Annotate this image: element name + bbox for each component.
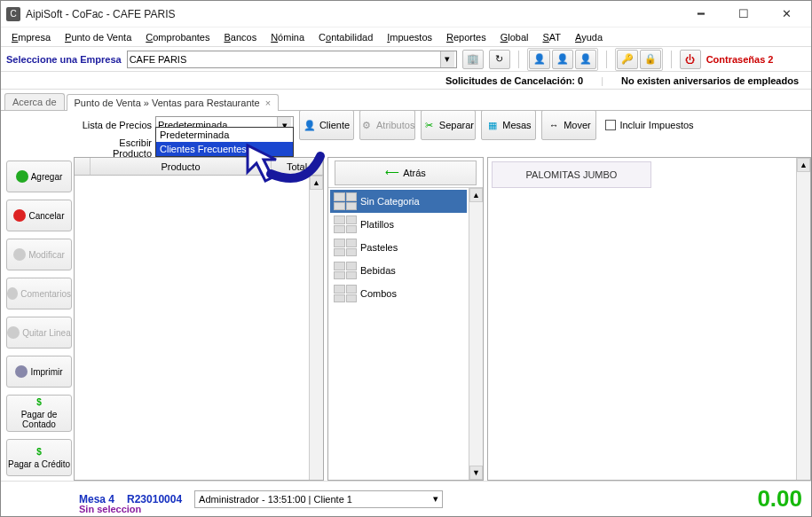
- pagar-credito-button[interactable]: $Pagar a Crédito: [6, 439, 72, 476]
- row-escribir-producto: Escribir Producto: [1, 139, 811, 157]
- product-panel: PALOMITAS JUMBO ▲: [487, 157, 811, 481]
- atributos-button[interactable]: ⚙Atributos: [359, 110, 415, 140]
- col-producto[interactable]: Producto: [91, 158, 272, 175]
- mesas-button[interactable]: ▦Mesas: [481, 110, 536, 140]
- user-icon-1[interactable]: 👤: [529, 50, 550, 69]
- empresa-combo[interactable]: CAFE PARIS ▾: [127, 51, 457, 68]
- mover-button[interactable]: ↔Mover: [541, 110, 596, 140]
- contrasenas-label: Contraseñas 2: [706, 54, 774, 65]
- seleccion-label: Sin seleccion: [79, 504, 141, 514]
- minimize-button[interactable]: ━: [682, 2, 721, 27]
- window-title: AipiSoft - CoFac - CAFE PARIS: [26, 8, 176, 20]
- menu-reportes[interactable]: Reportes: [441, 30, 492, 44]
- scroll-up-icon[interactable]: ▲: [469, 188, 483, 202]
- menu-empresa[interactable]: Empresa: [6, 30, 56, 44]
- cancelar-button[interactable]: Cancelar: [6, 200, 72, 231]
- menu-sat[interactable]: SAT: [537, 30, 566, 44]
- grid-icon: ▦: [486, 119, 499, 131]
- category-pasteles[interactable]: Pasteles: [330, 236, 467, 259]
- lock-group: 🔑 🔒: [615, 48, 663, 71]
- chevron-down-icon[interactable]: ▾: [433, 493, 438, 505]
- menu-contabilidad[interactable]: Contabilidad: [313, 30, 378, 44]
- scrollbar[interactable]: ▲: [309, 176, 323, 480]
- category-icon: [334, 262, 357, 279]
- power-icon[interactable]: ⏻: [680, 50, 701, 69]
- category-platillos[interactable]: Platillos: [330, 213, 467, 236]
- product-tile[interactable]: PALOMITAS JUMBO: [492, 161, 651, 188]
- pagar-contado-button[interactable]: $Pagar de Contado: [6, 395, 72, 432]
- close-icon[interactable]: ×: [265, 98, 271, 108]
- menu-pdv[interactable]: Punto de Venta: [59, 30, 137, 44]
- minus-icon: [7, 326, 20, 339]
- chevron-down-icon[interactable]: ▾: [440, 51, 454, 67]
- modificar-button[interactable]: Modificar: [6, 239, 72, 270]
- imprimir-button[interactable]: Imprimir: [6, 356, 72, 388]
- category-list: Sin Categoria Platillos Pasteles Bebidas: [328, 188, 483, 480]
- refresh-icon[interactable]: ↻: [489, 50, 510, 69]
- dropdown-option-clientes-frecuentes[interactable]: Clientes Frecuentes: [156, 142, 293, 156]
- lista-precios-label: Lista de Precios: [81, 120, 152, 130]
- menu-global[interactable]: Global: [495, 30, 534, 44]
- menu-comprobantes[interactable]: Comprobantes: [140, 30, 215, 44]
- menu-ayuda[interactable]: Ayuda: [570, 30, 608, 44]
- cliente-button[interactable]: 👤Cliente: [299, 110, 354, 140]
- scroll-up-icon[interactable]: ▲: [797, 158, 810, 172]
- split-icon: ✂: [423, 119, 436, 131]
- menu-nomina[interactable]: Nómina: [265, 30, 310, 44]
- tabstrip: Acerca de Punto de Venta » Ventas para R…: [1, 90, 811, 111]
- scroll-up-icon[interactable]: ▲: [310, 176, 323, 190]
- separar-button[interactable]: ✂Separar: [421, 110, 476, 140]
- close-button[interactable]: ✕: [767, 2, 806, 27]
- aniversarios: No existen aniversarios de empleados: [621, 75, 799, 86]
- scrollbar[interactable]: ▲ ▼: [469, 188, 483, 480]
- gear-icon: ⚙: [360, 119, 373, 131]
- tab-acerca-de[interactable]: Acerca de: [4, 93, 65, 110]
- agregar-button[interactable]: Agregar: [6, 161, 72, 192]
- escribir-producto-label: Escribir Producto: [81, 137, 152, 159]
- titlebar: C AipiSoft - CoFac - CAFE PARIS ━ ☐ ✕: [1, 1, 811, 27]
- key-icon[interactable]: 🔑: [617, 50, 638, 69]
- category-panel: ⟵ Atrás Sin Categoria Platillos: [327, 157, 484, 481]
- checkbox-icon[interactable]: [605, 120, 616, 130]
- empresa-value: CAFE PARIS: [130, 54, 187, 65]
- atras-wrap: ⟵ Atrás: [328, 158, 483, 188]
- pencil-icon: [13, 248, 26, 261]
- plus-icon: [16, 170, 28, 183]
- lista-precios-dropdown[interactable]: Predeterminada Clientes Frecuentes: [155, 127, 294, 157]
- user-icon-3[interactable]: 👤: [575, 50, 596, 69]
- comment-icon: [7, 287, 18, 300]
- user-icon-2[interactable]: 👤: [552, 50, 573, 69]
- category-bebidas[interactable]: Bebidas: [330, 259, 467, 282]
- incluir-impuestos-check[interactable]: Incluir Impuestos: [605, 120, 693, 130]
- category-icon: [334, 215, 357, 233]
- solicitudes: Solicitudes de Cancelación: 0: [445, 75, 583, 86]
- status-line: Solicitudes de Cancelación: 0 | No exist…: [1, 72, 811, 90]
- category-icon: [334, 192, 357, 210]
- empresa-label: Seleccione una Empresa: [6, 54, 122, 65]
- user-group: 👤 👤 👤: [527, 48, 598, 71]
- atras-button[interactable]: ⟵ Atrás: [335, 161, 477, 185]
- quitar-linea-button[interactable]: Quitar Linea: [6, 317, 72, 349]
- toolbar-top: Seleccione una Empresa CAFE PARIS ▾ 🏢 ↻ …: [1, 47, 811, 72]
- divider: [671, 51, 672, 68]
- admin-combo[interactable]: Administrador - 13:51:00 | Cliente 1 ▾: [194, 490, 443, 508]
- dropdown-option-predeterminada[interactable]: Predeterminada: [156, 128, 293, 142]
- lock-icon[interactable]: 🔒: [640, 50, 661, 69]
- menu-bancos[interactable]: Bancos: [218, 30, 262, 44]
- building-icon[interactable]: 🏢: [462, 50, 484, 69]
- menu-impuestos[interactable]: Impuestos: [382, 30, 438, 44]
- comentarios-button[interactable]: Comentarios: [6, 278, 72, 309]
- maximize-button[interactable]: ☐: [724, 2, 763, 27]
- grid-body[interactable]: [75, 176, 309, 480]
- col-total[interactable]: Total: [272, 158, 323, 175]
- window-controls: ━ ☐ ✕: [682, 2, 806, 27]
- user-icon: 👤: [304, 119, 316, 131]
- scrollbar[interactable]: ▲: [796, 158, 810, 480]
- category-icon: [334, 239, 357, 256]
- category-sin-categoria[interactable]: Sin Categoria: [330, 190, 467, 213]
- total-amount: 0.00: [757, 485, 802, 513]
- grid-header: Producto Total: [75, 158, 323, 176]
- category-combos[interactable]: Combos: [330, 282, 467, 305]
- scroll-down-icon[interactable]: ▼: [469, 466, 483, 480]
- tab-pdv-restaurante[interactable]: Punto de Venta » Ventas para Restaurante…: [67, 94, 280, 111]
